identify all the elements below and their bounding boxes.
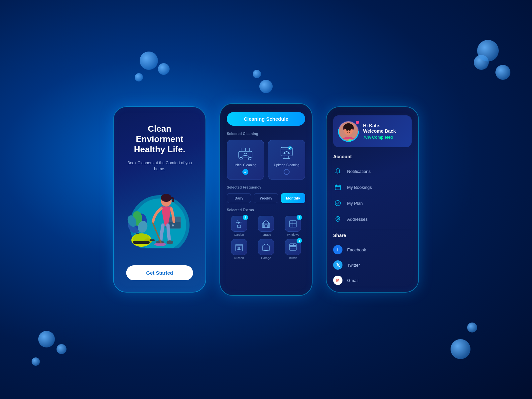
garden-badge: 2 bbox=[243, 215, 248, 220]
frequency-section: Selected Frequency Daily Weekly Monthly bbox=[227, 185, 305, 203]
frequency-label: Selected Frequency bbox=[227, 185, 305, 189]
initial-cleaning-check bbox=[242, 169, 248, 175]
svg-point-19 bbox=[154, 243, 166, 246]
bubble-13 bbox=[253, 70, 261, 78]
plan-icon bbox=[333, 199, 342, 208]
extra-garden[interactable]: 2 Garden bbox=[227, 216, 251, 236]
upkeep-cleaning-card[interactable]: Upkeep Cleaning bbox=[268, 140, 305, 180]
windows-icon bbox=[288, 219, 298, 228]
bubble-2 bbox=[158, 63, 170, 75]
svg-point-72 bbox=[337, 218, 339, 219]
gmail-item[interactable]: M Gmail bbox=[333, 273, 412, 288]
progress-text: 70% Completed bbox=[363, 135, 396, 140]
addresses-item[interactable]: Addresses bbox=[333, 211, 412, 227]
windows-badge: 3 bbox=[297, 215, 302, 220]
illustration-bg-circle bbox=[126, 182, 193, 248]
welcome-headline: Clean Enviorment Healthy Life. bbox=[124, 124, 196, 155]
facebook-item[interactable]: f Facebook bbox=[333, 242, 412, 257]
notifications-item[interactable]: Notifications bbox=[333, 163, 412, 179]
phones-container: Clean Enviorment Healthy Life. Book Clea… bbox=[113, 103, 419, 296]
bubble-3 bbox=[135, 73, 143, 81]
freq-weekly-btn[interactable]: Weekly bbox=[254, 193, 278, 203]
terrace-icon bbox=[261, 219, 271, 228]
svg-rect-25 bbox=[239, 151, 252, 158]
profile-info: Hi Kate, Welcome Back 70% Completed bbox=[363, 123, 396, 140]
svg-rect-41 bbox=[265, 225, 267, 228]
cleaning-types-container: Initial Cleaning bbox=[227, 140, 305, 180]
svg-rect-48 bbox=[239, 247, 241, 250]
get-started-button[interactable]: Get Started bbox=[126, 265, 193, 280]
kitchen-label: Kitchen bbox=[234, 256, 244, 260]
svg-rect-38 bbox=[263, 223, 269, 228]
bubble-8 bbox=[57, 344, 66, 354]
twitter-item[interactable]: 𝕏 Twitter bbox=[333, 257, 412, 273]
extras-grid: 2 Garden bbox=[227, 216, 305, 260]
welcome-subtext: Book Cleaners at the Comfort of you home… bbox=[124, 160, 196, 172]
bookings-icon bbox=[333, 183, 342, 192]
bubble-9 bbox=[32, 357, 40, 366]
blinds-label: Blinds bbox=[289, 256, 297, 260]
notifications-icon bbox=[333, 167, 342, 176]
phone-schedule: Cleaning Schedule Selected Cleaning bbox=[219, 103, 313, 296]
bubble-6 bbox=[495, 65, 510, 80]
extra-windows[interactable]: 3 Windows bbox=[281, 216, 305, 236]
kitchen-icon bbox=[234, 242, 244, 252]
gmail-icon: M bbox=[333, 276, 342, 285]
initial-cleaning-icon bbox=[237, 145, 254, 161]
extra-kitchen[interactable]: Kitchen bbox=[227, 239, 251, 260]
avatar-wrap bbox=[338, 121, 358, 141]
terrace-label: Terrace bbox=[261, 233, 271, 236]
bubble-10 bbox=[451, 339, 470, 359]
garden-icon-wrap: 2 bbox=[231, 216, 247, 232]
my-bookings-item[interactable]: My Bookings bbox=[333, 179, 412, 195]
extra-garage[interactable]: Garage bbox=[254, 239, 278, 260]
svg-rect-53 bbox=[290, 244, 296, 250]
freq-daily-btn[interactable]: Daily bbox=[227, 193, 251, 203]
svg-rect-47 bbox=[237, 247, 239, 250]
initial-cleaning-label: Initial Cleaning bbox=[234, 163, 256, 167]
frequency-buttons: Daily Weekly Monthly bbox=[227, 193, 305, 203]
svg-rect-23 bbox=[133, 241, 150, 244]
svg-rect-67 bbox=[335, 185, 340, 190]
garden-icon bbox=[234, 219, 244, 228]
bubble-7 bbox=[38, 331, 55, 347]
greeting-text: Hi Kate, bbox=[363, 123, 396, 128]
svg-point-30 bbox=[248, 157, 251, 160]
initial-cleaning-card[interactable]: Initial Cleaning bbox=[227, 140, 264, 180]
extra-terrace[interactable]: Terrace bbox=[254, 216, 278, 236]
freq-monthly-btn[interactable]: Monthly bbox=[281, 193, 305, 203]
garage-icon-wrap bbox=[258, 239, 274, 255]
upkeep-cleaning-icon bbox=[278, 145, 295, 161]
my-plan-item[interactable]: My Plan bbox=[333, 195, 412, 211]
svg-point-71 bbox=[335, 200, 340, 206]
bookings-label: My Bookings bbox=[347, 185, 372, 190]
welcome-illustration bbox=[126, 182, 193, 255]
welcome-text: Welcome Back bbox=[363, 128, 396, 134]
upkeep-cleaning-label: Upkeep Cleaning bbox=[274, 163, 300, 167]
notifications-label: Notifications bbox=[347, 169, 371, 174]
phone-profile: Hi Kate, Welcome Back 70% Completed Acco… bbox=[326, 106, 419, 293]
bubble-12 bbox=[259, 80, 273, 93]
svg-rect-24 bbox=[150, 239, 155, 241]
svg-rect-45 bbox=[236, 246, 242, 251]
svg-point-15 bbox=[161, 194, 172, 202]
svg-rect-37 bbox=[237, 225, 241, 227]
svg-point-17 bbox=[167, 240, 173, 244]
progress-ring bbox=[337, 120, 360, 143]
addresses-icon bbox=[333, 214, 342, 224]
cleaning-schedule-button[interactable]: Cleaning Schedule bbox=[227, 112, 305, 126]
bubble-11 bbox=[467, 323, 477, 332]
garden-label: Garden bbox=[234, 233, 244, 236]
selected-cleaning-label: Selected Cleaning bbox=[227, 132, 305, 136]
bubble-1 bbox=[140, 52, 158, 70]
blinds-icon bbox=[288, 242, 298, 252]
phone-profile-content: Hi Kate, Welcome Back 70% Completed Acco… bbox=[327, 107, 418, 292]
facebook-label: Facebook bbox=[347, 247, 366, 252]
blinds-badge: 1 bbox=[297, 238, 302, 243]
windows-label: Windows bbox=[287, 233, 299, 236]
plan-label: My Plan bbox=[347, 201, 363, 206]
extra-blinds[interactable]: 1 Blinds bbox=[281, 239, 305, 260]
gmail-label: Gmail bbox=[347, 278, 358, 283]
section-divider bbox=[333, 230, 412, 230]
addresses-label: Addresses bbox=[347, 217, 367, 222]
